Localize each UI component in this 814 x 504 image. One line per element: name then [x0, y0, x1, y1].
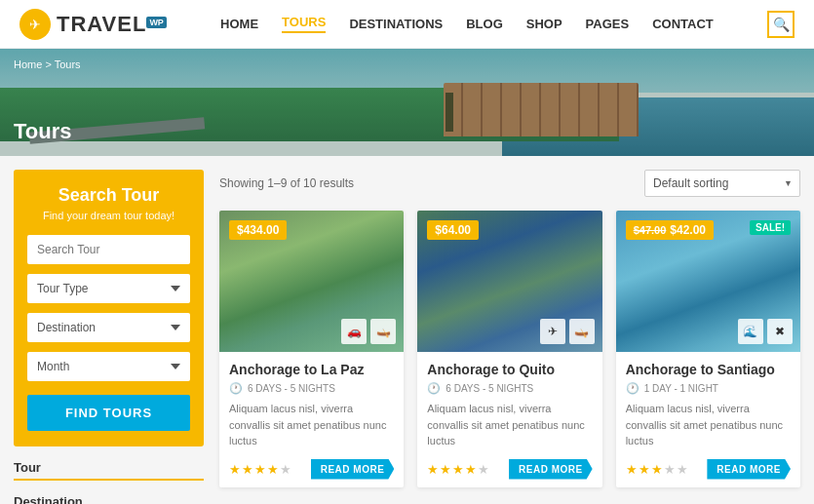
- tour-name-3: Anchorage to Santiago: [626, 362, 791, 377]
- destination-select[interactable]: Destination La Paz Quito Santiago: [27, 313, 190, 342]
- nav-destinations[interactable]: DESTINATIONS: [349, 17, 443, 31]
- tours-content: Showing 1–9 of 10 results Default sortin…: [219, 170, 800, 504]
- sort-wrapper: Default sorting Sort by popularity Sort …: [644, 170, 800, 197]
- x-icon: ✖: [767, 319, 793, 344]
- plane-icon: ✈: [540, 319, 565, 344]
- tour-duration-2: 🕐 6 DAYS - 5 NIGHTS: [427, 382, 592, 395]
- tour-icons-1: 🚗 🛶: [341, 319, 396, 344]
- nav-shop[interactable]: SHOP: [526, 17, 562, 31]
- price-badge-2: $64.00: [427, 220, 479, 240]
- nav-blog[interactable]: BLOG: [466, 17, 503, 31]
- tour-body-1: Anchorage to La Paz 🕐 6 DAYS - 5 NIGHTS …: [219, 352, 404, 487]
- header: ✈ TRAVELWP HOME TOURS DESTINATIONS BLOG …: [0, 0, 814, 49]
- logo-wp: WP: [146, 17, 167, 28]
- car-icon: 🚗: [341, 319, 367, 344]
- tour-duration-3: 🕐 1 DAY - 1 NIGHT: [626, 382, 791, 395]
- tour-body-3: Anchorage to Santiago 🕐 1 DAY - 1 NIGHT …: [616, 352, 800, 487]
- hero-banner: Home > Tours Tours: [0, 49, 814, 156]
- sale-badge-3: SALE!: [750, 220, 791, 235]
- tour-name-2: Anchorage to Quito: [427, 362, 592, 377]
- tour-footer-1: ★ ★ ★ ★ ★ READ MORE: [229, 459, 394, 480]
- nav-contact[interactable]: CONTACT: [652, 17, 714, 31]
- price-badge-1: $434.00: [229, 220, 287, 240]
- page-title: Tours: [14, 119, 71, 144]
- sidebar-section-destination-title: Destination: [14, 494, 204, 504]
- tour-stars-1: ★ ★ ★ ★ ★: [229, 462, 291, 477]
- tour-body-2: Anchorage to Quito 🕐 6 DAYS - 5 NIGHTS A…: [417, 352, 601, 487]
- sidebar-section-tour: Tour: [14, 460, 204, 481]
- sidebar-section-destination: Destination: [14, 494, 204, 504]
- wave-icon: 🌊: [738, 319, 763, 344]
- tour-duration-1: 🕐 6 DAYS - 5 NIGHTS: [229, 382, 394, 395]
- sidebar: Search Tour Find your dream tour today! …: [14, 170, 204, 504]
- tour-icons-2: ✈ 🛶: [540, 319, 595, 344]
- tour-card-2: $64.00 ✈ 🛶 Anchorage to Quito 🕐 6 DAYS -…: [417, 211, 601, 487]
- tour-desc-3: Aliquam lacus nisl, viverra convallis si…: [626, 401, 791, 449]
- price-badge-3: $47.00$42.00: [626, 220, 714, 240]
- tour-card-3: $47.00$42.00 SALE! 🌊 ✖ Anchorage to Sant…: [616, 211, 800, 487]
- tour-image-2: $64.00 ✈ 🛶: [417, 211, 601, 352]
- logo-text: TRAVELWP: [57, 12, 167, 37]
- find-tours-button[interactable]: FIND TOURS: [27, 395, 190, 431]
- tour-footer-2: ★ ★ ★ ★ ★ READ MORE: [427, 459, 592, 480]
- read-more-1[interactable]: READ MORE: [311, 459, 395, 480]
- month-select[interactable]: Month January February March: [27, 352, 190, 381]
- boat-icon-2: 🛶: [569, 319, 595, 344]
- nav-tours[interactable]: TOURS: [282, 15, 326, 33]
- tour-desc-1: Aliquam lacus nisl, viverra convallis si…: [229, 401, 394, 449]
- results-info: Showing 1–9 of 10 results: [219, 176, 354, 190]
- search-button[interactable]: 🔍: [767, 11, 795, 38]
- breadcrumb: Home > Tours: [14, 58, 81, 70]
- nav-pages[interactable]: PAGES: [586, 17, 630, 31]
- tour-card-1: $434.00 🚗 🛶 Anchorage to La Paz 🕐 6 DAYS…: [219, 211, 404, 487]
- tour-image-3: $47.00$42.00 SALE! 🌊 ✖: [616, 211, 800, 352]
- read-more-2[interactable]: READ MORE: [509, 459, 593, 480]
- clock-icon-3: 🕐: [626, 382, 640, 395]
- sidebar-subtitle: Find your dream tour today!: [27, 210, 190, 221]
- old-price-3: $47.00: [634, 224, 667, 236]
- main-nav: HOME TOURS DESTINATIONS BLOG SHOP PAGES …: [220, 15, 714, 33]
- tour-stars-2: ★ ★ ★ ★ ★: [427, 462, 489, 477]
- sidebar-title: Search Tour: [27, 185, 190, 206]
- clock-icon-2: 🕐: [427, 382, 441, 395]
- tour-desc-2: Aliquam lacus nisl, viverra convallis si…: [427, 401, 592, 449]
- breadcrumb-home[interactable]: Home: [14, 58, 42, 70]
- tour-stars-3: ★ ★ ★ ★ ★: [626, 462, 688, 477]
- search-tour-box: Search Tour Find your dream tour today! …: [14, 170, 204, 446]
- read-more-3[interactable]: READ MORE: [707, 459, 791, 480]
- tour-grid: $434.00 🚗 🛶 Anchorage to La Paz 🕐 6 DAYS…: [219, 211, 800, 487]
- sort-select[interactable]: Default sorting Sort by popularity Sort …: [644, 170, 800, 197]
- tour-image-1: $434.00 🚗 🛶: [219, 211, 404, 352]
- tour-icons-3: 🌊 ✖: [738, 319, 793, 344]
- tour-name-1: Anchorage to La Paz: [229, 362, 394, 377]
- clock-icon-1: 🕐: [229, 382, 243, 395]
- tour-footer-3: ★ ★ ★ ★ ★ READ MORE: [626, 459, 791, 480]
- logo-icon: ✈: [19, 9, 51, 40]
- tour-type-select[interactable]: Tour Type Adventure Cultural Beach: [27, 274, 190, 303]
- sidebar-section-tour-title: Tour: [14, 460, 204, 481]
- logo: ✈ TRAVELWP: [19, 9, 167, 40]
- boat-icon: 🛶: [370, 319, 396, 344]
- main-layout: Search Tour Find your dream tour today! …: [0, 156, 814, 504]
- nav-home[interactable]: HOME: [220, 17, 258, 31]
- content-top-bar: Showing 1–9 of 10 results Default sortin…: [219, 170, 800, 197]
- search-input[interactable]: [27, 235, 190, 264]
